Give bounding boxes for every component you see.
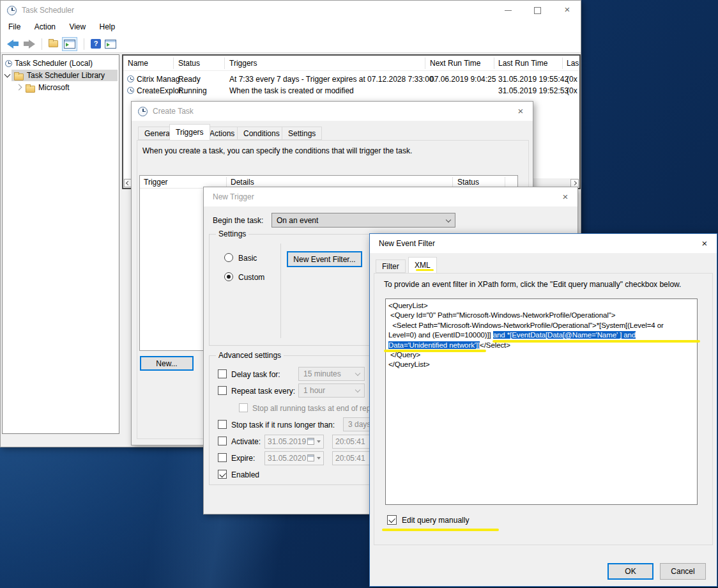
xml-query-editor[interactable]: <QueryList> <Query Id="0" Path="Microsof… bbox=[385, 298, 698, 505]
new-trigger-button[interactable]: New... bbox=[140, 356, 194, 371]
xml-line-3: <Select Path="Microsoft-Windows-NetworkP… bbox=[388, 321, 694, 330]
repeat-task-label[interactable]: Repeat task every: bbox=[231, 387, 295, 396]
delay-task-select[interactable]: 15 minutes bbox=[298, 367, 365, 381]
stop-all-tasks-label: Stop all running tasks at end of repe bbox=[252, 404, 375, 413]
task-scheduler-node-icon bbox=[5, 60, 12, 67]
advanced-settings-group-label: Advanced settings bbox=[216, 351, 284, 360]
task-icon bbox=[127, 75, 134, 82]
column-header-status[interactable]: Status bbox=[178, 56, 200, 71]
column-header-next-run[interactable]: Next Run Time bbox=[430, 56, 480, 71]
tree-item-local-label: Task Scheduler (Local) bbox=[15, 59, 93, 68]
column-separator[interactable] bbox=[562, 58, 563, 69]
column-header-triggers[interactable]: Triggers bbox=[229, 56, 257, 71]
activate-time-field[interactable]: 20:05:41 bbox=[332, 435, 373, 449]
stop-task-checkbox[interactable] bbox=[218, 420, 227, 429]
chevron-right-icon[interactable] bbox=[16, 84, 22, 91]
delay-task-label[interactable]: Delay task for: bbox=[231, 370, 280, 379]
column-separator[interactable] bbox=[494, 58, 494, 69]
event-filter-titlebar: New Event Filter bbox=[370, 234, 717, 253]
scroll-right-icon bbox=[572, 181, 577, 185]
column-header-trigger[interactable]: Trigger bbox=[144, 176, 168, 189]
new-trigger-close-icon[interactable]: × bbox=[558, 190, 572, 203]
maximize-button[interactable] bbox=[534, 7, 541, 14]
folder-import-icon[interactable] bbox=[49, 40, 58, 47]
tree-item-microsoft-label: Microsoft bbox=[38, 83, 70, 92]
ok-button[interactable]: OK bbox=[607, 563, 653, 580]
show-pane-button[interactable] bbox=[62, 37, 77, 51]
column-header-name[interactable]: Name bbox=[128, 56, 148, 71]
tree-item-microsoft[interactable]: Microsoft bbox=[3, 82, 119, 93]
expire-time-field[interactable]: 20:05:41 bbox=[332, 451, 373, 465]
library-folder-icon bbox=[14, 74, 24, 81]
custom-radio-label[interactable]: Custom bbox=[238, 273, 264, 282]
stop-task-label[interactable]: Stop task if it runs longer than: bbox=[231, 421, 335, 429]
activate-checkbox[interactable] bbox=[218, 437, 227, 445]
toolbar-separator bbox=[42, 38, 42, 50]
menu-help[interactable]: Help bbox=[94, 20, 121, 35]
xml-line-2: <Query Id="0" Path="Microsoft-Windows-Ne… bbox=[388, 311, 694, 320]
edit-query-marker-underline bbox=[382, 529, 499, 531]
column-header-last-result[interactable]: Las bbox=[567, 56, 579, 71]
expire-date-field[interactable]: 31.05.2020 bbox=[264, 451, 324, 465]
begin-task-select[interactable]: On an event bbox=[271, 213, 455, 228]
chevron-down-icon bbox=[355, 387, 360, 392]
back-icon[interactable] bbox=[7, 40, 19, 49]
menu-view[interactable]: View bbox=[63, 20, 91, 35]
column-separator[interactable] bbox=[425, 58, 425, 69]
create-task-close-icon[interactable]: × bbox=[514, 105, 528, 118]
show-action-pane-icon[interactable] bbox=[105, 40, 116, 49]
repeat-task-checkbox[interactable] bbox=[218, 386, 227, 395]
tab-conditions[interactable]: Conditions bbox=[237, 127, 286, 140]
tree-item-library[interactable]: Task Scheduler Library bbox=[3, 70, 119, 81]
new-event-filter-dialog: New Event Filter × Filter XML To provide… bbox=[369, 233, 717, 587]
selected-query-text: and *[EventData[Data[@Name='Name' ] and bbox=[493, 331, 636, 339]
menubar: File Action View Help bbox=[1, 20, 581, 35]
repeat-task-select[interactable]: 1 hour bbox=[298, 383, 365, 398]
event-filter-close-icon[interactable]: × bbox=[698, 237, 712, 250]
chevron-down-icon[interactable] bbox=[4, 72, 11, 78]
enabled-checkbox[interactable] bbox=[218, 470, 227, 479]
xml-tab-marker-underline bbox=[416, 269, 434, 271]
basic-radio[interactable] bbox=[224, 253, 233, 262]
help-icon[interactable]: ? bbox=[91, 39, 101, 49]
close-button[interactable]: × bbox=[560, 3, 574, 16]
settings-group-label: Settings bbox=[216, 229, 248, 238]
column-separator[interactable] bbox=[452, 177, 453, 187]
expire-label[interactable]: Expire: bbox=[231, 454, 255, 463]
menu-action[interactable]: Action bbox=[29, 20, 61, 35]
task-row-citrix[interactable]: Citrix Manag... Ready At 7:33 every 7 da… bbox=[123, 74, 579, 85]
xml-line-1: <QueryList> bbox=[388, 301, 694, 311]
column-separator[interactable] bbox=[224, 58, 225, 69]
menu-file[interactable]: File bbox=[3, 20, 26, 35]
edit-query-manually-checkbox[interactable] bbox=[387, 515, 397, 525]
tab-triggers[interactable]: Triggers bbox=[169, 124, 210, 140]
repeat-task-value: 1 hour bbox=[303, 386, 325, 395]
task-list-header: Name Status Triggers Next Run Time Last … bbox=[123, 56, 579, 71]
basic-radio-label[interactable]: Basic bbox=[238, 254, 257, 263]
column-header-last-run[interactable]: Last Run Time bbox=[498, 56, 547, 71]
forward-icon[interactable] bbox=[23, 40, 35, 49]
tab-settings[interactable]: Settings bbox=[282, 127, 322, 140]
expire-checkbox[interactable] bbox=[218, 453, 227, 462]
minimize-button[interactable] bbox=[505, 10, 512, 11]
create-task-titlebar: Create Task bbox=[132, 102, 533, 121]
column-separator[interactable] bbox=[226, 177, 227, 187]
activate-date-field[interactable]: 31.05.2019 bbox=[264, 435, 324, 449]
toolbar: ? bbox=[1, 35, 581, 53]
tab-filter[interactable]: Filter bbox=[376, 259, 406, 273]
column-separator[interactable] bbox=[173, 58, 174, 69]
activate-label[interactable]: Activate: bbox=[231, 437, 261, 446]
task-scheduler-title: Task Scheduler bbox=[22, 6, 74, 15]
delay-task-checkbox[interactable] bbox=[218, 369, 227, 378]
stop-all-tasks-checkbox[interactable] bbox=[239, 403, 248, 412]
cell-next-run: 07.06.2019 9:04:25 bbox=[430, 74, 496, 85]
xml-line-7: </QueryList> bbox=[388, 360, 694, 369]
tree-item-local[interactable]: Task Scheduler (Local) bbox=[3, 58, 119, 69]
custom-radio[interactable] bbox=[224, 272, 233, 281]
column-separator[interactable] bbox=[505, 177, 505, 187]
task-row-createexplorer[interactable]: CreateExplor... Running When the task is… bbox=[123, 85, 579, 97]
edit-query-manually-label[interactable]: Edit query manually bbox=[402, 516, 469, 525]
cancel-button[interactable]: Cancel bbox=[660, 563, 706, 580]
enabled-label[interactable]: Enabled bbox=[231, 470, 259, 479]
new-event-filter-button[interactable]: New Event Filter... bbox=[287, 251, 362, 267]
